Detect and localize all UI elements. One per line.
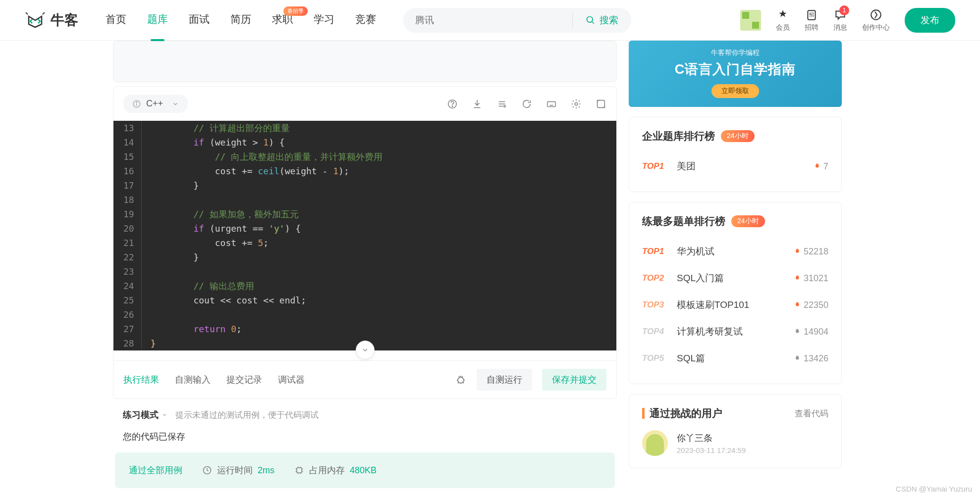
rank-hot: 14904 xyxy=(793,327,828,337)
nav-item-3[interactable]: 简历 xyxy=(230,12,251,28)
nav-badge: 春招季 xyxy=(283,6,308,16)
challenge-card: 通过挑战的用户 查看代码 你丫三条 2023-03-11 17:24:59 xyxy=(629,394,842,468)
settings-list-icon[interactable] xyxy=(496,99,507,109)
rank-item[interactable]: TOP5SQL篇13426 xyxy=(642,345,828,372)
search-label: 搜索 xyxy=(599,14,618,27)
editor-toolbar: C++ xyxy=(113,87,616,121)
accent-bar xyxy=(642,408,645,419)
nav-item-2[interactable]: 面试 xyxy=(189,12,210,28)
rank-item[interactable]: TOP1华为机试52218 xyxy=(642,238,828,265)
messages-button[interactable]: 消息1 xyxy=(833,8,847,32)
collapse-handle[interactable] xyxy=(356,341,375,359)
user-timestamp: 2023-03-11 17:24:59 xyxy=(677,446,746,454)
pass-result: 通过全部用例 运行时间 2ms 占用内存 480KB xyxy=(115,452,615,488)
rank-item[interactable]: TOP3模板速刷TOP10122350 xyxy=(642,292,828,318)
rank-item[interactable]: TOP1美团7 xyxy=(642,153,828,180)
rank-badge: TOP1 xyxy=(642,247,677,256)
promo-button[interactable]: 立即领取 xyxy=(711,84,759,98)
company-rank-card: 企业题库排行榜 24小时 TOP1美团7 xyxy=(629,117,842,192)
practice-hint: 提示未通过的测试用例，便于代码调试 xyxy=(175,409,319,421)
language-select[interactable]: C++ xyxy=(123,95,188,113)
runtime-stat: 运行时间 2ms xyxy=(202,464,274,476)
search-input[interactable] xyxy=(403,15,572,26)
rank-item[interactable]: TOP2SQL入门篇31021 xyxy=(642,265,828,292)
challenge-user[interactable]: 你丫三条 2023-03-11 17:24:59 xyxy=(642,430,828,456)
saved-status: 您的代码已保存 xyxy=(113,426,617,452)
submit-button[interactable]: 保存并提交 xyxy=(542,369,606,391)
logo-icon xyxy=(25,12,46,28)
fire-icon xyxy=(793,274,801,282)
svg-point-4 xyxy=(871,10,881,20)
user-name: 你丫三条 xyxy=(677,432,746,444)
search-icon xyxy=(586,15,596,25)
rank-name: 计算机考研复试 xyxy=(677,325,793,338)
rank-name: 模板速刷TOP101 xyxy=(677,298,793,311)
member-button[interactable]: 会员 xyxy=(776,8,790,32)
rank-item[interactable]: TOP4计算机考研复试14904 xyxy=(642,318,828,345)
result-tab-0[interactable]: 执行结果 xyxy=(123,374,159,386)
chevron-down-icon xyxy=(361,346,369,354)
header: 牛客 首页题库面试简历求职春招季学习竞赛 搜索 会员招招聘消息1创作中心 发布 xyxy=(0,0,980,41)
download-icon[interactable] xyxy=(472,99,483,109)
rank-name: SQL入门篇 xyxy=(677,272,793,285)
rank-badge: TOP3 xyxy=(642,300,677,310)
rank-hot: 13426 xyxy=(793,353,828,364)
chevron-down-icon xyxy=(172,100,179,107)
fullscreen-icon[interactable] xyxy=(596,99,606,109)
member-icon xyxy=(776,8,789,21)
chevron-down-icon xyxy=(162,412,167,418)
watermark: CSDN @Yamai Yuzuru xyxy=(896,485,972,493)
fire-icon xyxy=(813,162,820,170)
bug-icon[interactable] xyxy=(455,374,467,386)
nav-item-5[interactable]: 学习 xyxy=(314,12,334,28)
svg-text:招: 招 xyxy=(809,12,814,17)
result-tab-1[interactable]: 自测输入 xyxy=(175,374,211,386)
problem-description-collapsed xyxy=(113,41,617,82)
language-label: C++ xyxy=(146,99,163,109)
practice-mode-select[interactable]: 练习模式 xyxy=(123,409,167,421)
svg-rect-23 xyxy=(297,468,302,473)
main-nav: 首页题库面试简历求职春招季学习竞赛 xyxy=(106,12,376,28)
toolbar-icons xyxy=(447,99,606,109)
recruit-button[interactable]: 招招聘 xyxy=(805,8,818,32)
content-left: C++ 13141516171819202122232425262728 // … xyxy=(113,41,617,488)
search-button[interactable]: 搜索 xyxy=(573,14,631,27)
result-actions: 自测运行 保存并提交 xyxy=(455,369,606,391)
view-code-link[interactable]: 查看代码 xyxy=(795,408,828,419)
promo-card[interactable]: 牛客帮你学编程 C语言入门自学指南 立即领取 xyxy=(629,41,842,107)
fire-icon xyxy=(793,354,801,362)
svg-rect-20 xyxy=(598,100,605,107)
svg-point-13 xyxy=(504,105,506,107)
search-bar: 搜索 xyxy=(403,8,631,33)
code-editor[interactable]: 13141516171819202122232425262728 // 计算超出… xyxy=(113,121,616,350)
user-avatar[interactable] xyxy=(740,10,761,31)
rank-badge: TOP5 xyxy=(642,353,677,363)
nav-item-1[interactable]: 题库 xyxy=(147,12,168,28)
clock-icon xyxy=(202,465,212,475)
reset-icon[interactable] xyxy=(521,99,532,109)
user-avatar xyxy=(642,430,668,456)
svg-rect-14 xyxy=(547,101,556,106)
nav-item-6[interactable]: 竞赛 xyxy=(355,12,376,28)
fire-icon xyxy=(793,301,801,309)
result-tab-3[interactable]: 调试器 xyxy=(278,374,305,386)
self-test-button[interactable]: 自测运行 xyxy=(477,369,532,391)
result-tab-2[interactable]: 提交记录 xyxy=(226,374,262,386)
help-icon[interactable] xyxy=(447,99,458,109)
notification-badge: 1 xyxy=(839,5,849,15)
rank-name: 华为机试 xyxy=(677,245,793,258)
rank-hot: 7 xyxy=(813,161,828,172)
logo[interactable]: 牛客 xyxy=(25,11,78,30)
svg-point-0 xyxy=(587,16,593,22)
svg-point-7 xyxy=(136,101,137,102)
chip-icon xyxy=(294,465,304,475)
promo-subtitle: 牛客帮你学编程 xyxy=(639,49,832,57)
create-button[interactable]: 创作中心 xyxy=(862,8,890,32)
publish-button[interactable]: 发布 xyxy=(905,8,955,33)
gear-icon[interactable] xyxy=(571,99,582,109)
nav-item-4[interactable]: 求职春招季 xyxy=(272,12,293,28)
logo-text: 牛客 xyxy=(51,11,78,30)
nav-item-0[interactable]: 首页 xyxy=(106,12,126,28)
time-badge: 24小时 xyxy=(731,215,765,227)
keyboard-icon[interactable] xyxy=(546,99,557,109)
